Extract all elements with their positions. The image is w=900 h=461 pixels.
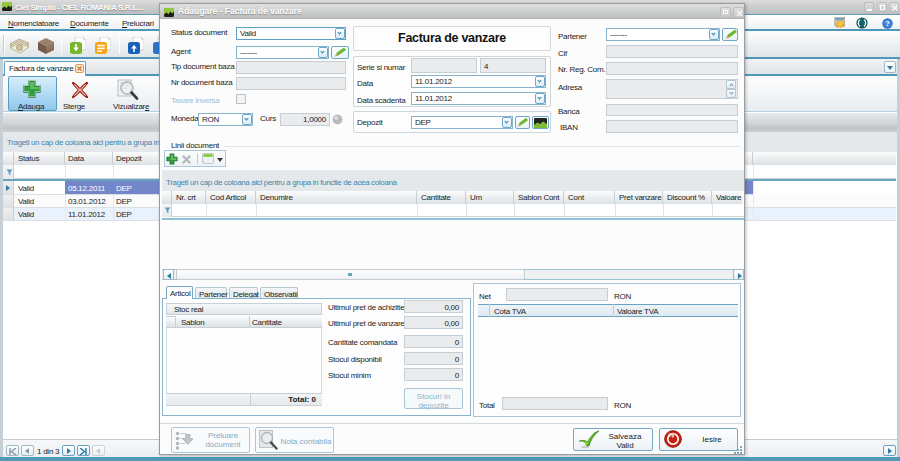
svg-text:?: ? [885,19,890,28]
